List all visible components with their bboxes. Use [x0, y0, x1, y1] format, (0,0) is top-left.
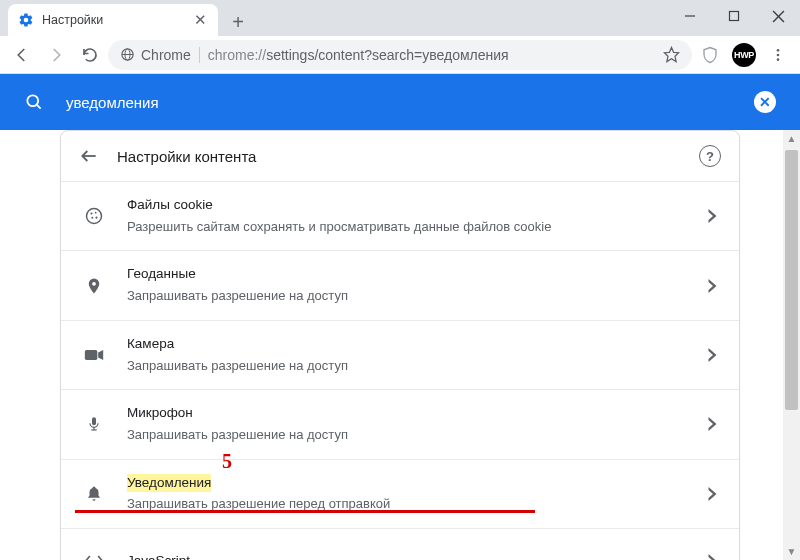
row-desc: Разрешить сайтам сохранять и просматрива…	[127, 217, 686, 237]
code-icon	[83, 554, 105, 560]
browser-toolbar: Chrome chrome://settings/content?search=…	[0, 36, 800, 74]
window-close-button[interactable]	[756, 0, 800, 32]
svg-marker-22	[98, 350, 103, 360]
scroll-up-icon[interactable]: ▲	[783, 130, 800, 147]
row-camera[interactable]: Камера Запрашивать разрешение на доступ	[61, 320, 739, 389]
chevron-right-icon	[708, 487, 717, 501]
search-icon	[24, 92, 44, 112]
svg-rect-24	[92, 418, 96, 426]
scrollbar-thumb[interactable]	[785, 150, 798, 410]
window-controls	[668, 0, 800, 36]
divider	[199, 47, 200, 63]
svg-point-15	[90, 213, 92, 215]
scroll-down-icon[interactable]: ▼	[783, 543, 800, 560]
row-javascript[interactable]: JavaScript	[61, 528, 739, 560]
chevron-right-icon	[708, 279, 717, 293]
row-desc: Запрашивать разрешение на доступ	[127, 425, 686, 445]
chevron-right-icon	[708, 209, 717, 223]
chevron-right-icon	[708, 348, 717, 362]
svg-marker-27	[709, 417, 717, 431]
tab-title: Настройки	[42, 13, 184, 27]
svg-marker-29	[709, 554, 717, 560]
row-cookies[interactable]: Файлы cookie Разрешить сайтам сохранять …	[61, 181, 739, 250]
cookie-icon	[83, 206, 105, 226]
bell-icon	[83, 484, 105, 504]
row-label: JavaScript	[127, 552, 190, 560]
help-icon[interactable]: ?	[699, 145, 721, 167]
svg-point-14	[87, 209, 102, 224]
new-tab-button[interactable]: +	[224, 8, 252, 36]
svg-point-11	[27, 95, 38, 106]
svg-line-12	[37, 105, 41, 109]
chevron-right-icon	[708, 417, 717, 431]
svg-marker-20	[709, 279, 717, 293]
close-icon[interactable]: ✕	[192, 12, 208, 28]
site-info-chip[interactable]: Chrome	[120, 47, 191, 63]
settings-search-input[interactable]	[66, 94, 732, 111]
location-pin-icon	[83, 275, 105, 297]
menu-button[interactable]	[762, 39, 794, 71]
svg-point-8	[777, 49, 780, 52]
minimize-button[interactable]	[668, 0, 712, 32]
panel-header: Настройки контента ?	[61, 131, 739, 181]
row-label: Камера	[127, 335, 174, 354]
svg-point-18	[95, 217, 97, 219]
row-label: Файлы cookie	[127, 196, 213, 215]
back-icon[interactable]	[79, 146, 99, 166]
svg-point-16	[95, 212, 97, 214]
camera-icon	[83, 347, 105, 363]
row-label: Микрофон	[127, 404, 193, 423]
svg-point-9	[777, 53, 780, 56]
row-desc: Запрашивать разрешение на доступ	[127, 286, 686, 306]
browser-tab[interactable]: Настройки ✕	[8, 4, 218, 36]
settings-search-bar: ✕	[0, 74, 800, 130]
svg-point-17	[91, 217, 93, 219]
row-desc: Запрашивать разрешение перед отправкой	[127, 494, 686, 514]
chevron-right-icon	[708, 554, 717, 560]
url-text: chrome://settings/content?search=уведомл…	[208, 47, 655, 63]
forward-button[interactable]	[40, 39, 72, 71]
address-bar[interactable]: Chrome chrome://settings/content?search=…	[108, 40, 692, 70]
globe-icon	[120, 47, 135, 62]
settings-content: Настройки контента ? Файлы cookie Разреш…	[0, 130, 800, 560]
svg-rect-1	[730, 12, 739, 21]
maximize-button[interactable]	[712, 0, 756, 32]
gear-icon	[18, 12, 34, 28]
row-label: Уведомления	[127, 474, 211, 493]
svg-rect-21	[85, 350, 98, 360]
row-label: Геоданные	[127, 265, 196, 284]
row-notifications[interactable]: Уведомления Запрашивать разрешение перед…	[61, 459, 739, 528]
row-location[interactable]: Геоданные Запрашивать разрешение на дост…	[61, 250, 739, 319]
microphone-icon	[83, 413, 105, 435]
svg-marker-28	[709, 487, 717, 501]
clear-search-button[interactable]: ✕	[754, 91, 776, 113]
star-icon[interactable]	[663, 46, 680, 63]
svg-marker-19	[709, 209, 717, 223]
vertical-scrollbar[interactable]: ▲ ▼	[783, 130, 800, 560]
svg-marker-7	[664, 47, 678, 61]
row-microphone[interactable]: Микрофон Запрашивать разрешение на досту…	[61, 389, 739, 458]
row-desc: Запрашивать разрешение на доступ	[127, 356, 686, 376]
panel-title: Настройки контента	[117, 148, 681, 165]
svg-marker-23	[709, 348, 717, 362]
svg-point-10	[777, 58, 780, 61]
content-settings-panel: Настройки контента ? Файлы cookie Разреш…	[60, 130, 740, 560]
reload-button[interactable]	[74, 39, 106, 71]
profile-avatar[interactable]: HWP	[732, 43, 756, 67]
shield-icon[interactable]	[694, 39, 726, 71]
back-button[interactable]	[6, 39, 38, 71]
site-chip-label: Chrome	[141, 47, 191, 63]
window-titlebar: Настройки ✕ +	[0, 0, 800, 36]
